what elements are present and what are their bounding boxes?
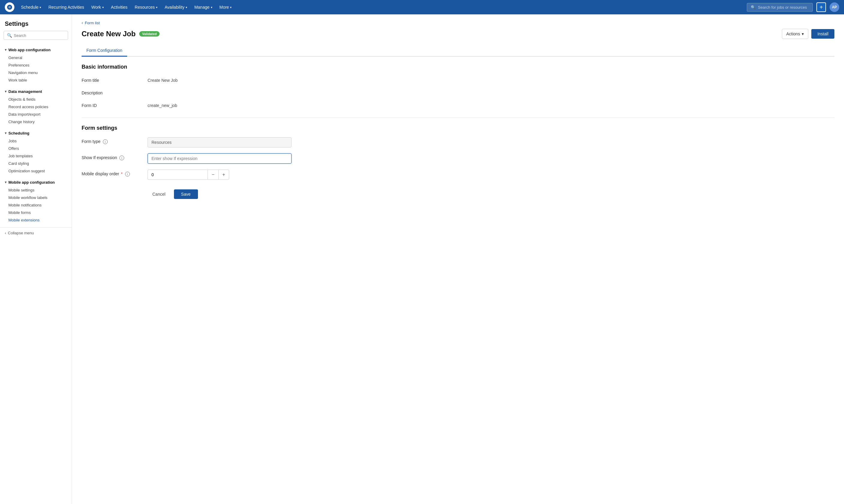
form-id-value: create_new_job — [148, 101, 177, 108]
sidebar-item-general[interactable]: General — [0, 54, 72, 61]
sidebar-item-navigation-menu[interactable]: Navigation menu — [0, 69, 72, 76]
sidebar-item-card-styling[interactable]: Card styling — [0, 160, 72, 167]
mobile-order-info-icon[interactable]: i — [125, 172, 130, 177]
schedule-chevron-icon: ▾ — [39, 6, 41, 9]
sidebar-search-box[interactable]: 🔍 — [4, 31, 68, 40]
actions-chevron-icon: ▾ — [802, 32, 804, 36]
sidebar-section-header-mobile-app[interactable]: ▾ Mobile app configuration — [0, 178, 72, 186]
nav-recurring-activities[interactable]: Recurring Activities — [45, 3, 87, 12]
description-row: Description — [82, 89, 834, 95]
sidebar-section-scheduling: ▾ Scheduling Jobs Offers Job templates C… — [0, 127, 72, 176]
manage-chevron-icon: ▾ — [211, 6, 212, 9]
basic-information-section: Basic information Form title Create New … — [82, 64, 834, 108]
page-header: Create New Job Validated Actions ▾ Insta… — [82, 29, 834, 39]
sidebar-search-icon: 🔍 — [7, 33, 12, 38]
chevron-down-icon: ▾ — [5, 180, 6, 184]
form-title-value: Create New Job — [148, 76, 177, 83]
nav-activities[interactable]: Activities — [108, 3, 131, 12]
top-navigation: Schedule ▾ Recurring Activities Work ▾ A… — [0, 0, 844, 14]
search-placeholder: Search for jobs or resources — [758, 5, 807, 10]
nav-manage[interactable]: Manage ▾ — [191, 3, 216, 12]
sidebar-section-header-data-management[interactable]: ▾ Data management — [0, 88, 72, 95]
page-title-area: Create New Job Validated — [82, 30, 159, 38]
form-title-label: Form title — [82, 76, 141, 83]
collapse-icon: ‹ — [5, 231, 6, 235]
breadcrumb[interactable]: ‹ Form list — [82, 20, 834, 25]
cancel-button[interactable]: Cancel — [148, 190, 170, 199]
chevron-down-icon: ▾ — [5, 90, 6, 93]
page-title: Create New Job — [82, 30, 136, 38]
header-actions: Actions ▾ Install — [782, 29, 835, 39]
work-chevron-icon: ▾ — [102, 6, 104, 9]
sidebar-section-mobile-app: ▾ Mobile app configuration Mobile settin… — [0, 176, 72, 225]
form-type-row: Form type i — [82, 137, 834, 147]
form-type-label: Form type i — [82, 137, 141, 144]
nav-availability[interactable]: Availability ▾ — [162, 3, 190, 12]
sidebar-section-header-web-app[interactable]: ▾ Web app configuration — [0, 46, 72, 54]
sidebar: Settings 🔍 ▾ Web app configuration Gener… — [0, 14, 72, 504]
show-if-input[interactable] — [148, 154, 292, 164]
install-button[interactable]: Install — [811, 29, 834, 39]
nav-schedule[interactable]: Schedule ▾ — [18, 3, 44, 12]
form-id-row: Form ID create_new_job — [82, 101, 834, 108]
main-content: ‹ Form list Create New Job Validated Act… — [72, 14, 844, 504]
form-settings-section: Form settings Form type i Show If expres… — [82, 125, 834, 180]
sidebar-item-mobile-settings[interactable]: Mobile settings — [0, 186, 72, 194]
increment-button[interactable]: + — [218, 169, 229, 180]
sidebar-item-mobile-notifications[interactable]: Mobile notifications — [0, 201, 72, 209]
sidebar-item-record-access-policies[interactable]: Record access policies — [0, 103, 72, 111]
section-divider — [82, 118, 834, 118]
add-button[interactable]: + — [816, 2, 826, 12]
validated-badge: Validated — [139, 31, 159, 37]
tabs-container: Form Configuration — [82, 45, 834, 57]
sidebar-section-web-app: ▾ Web app configuration General Preferen… — [0, 43, 72, 85]
sidebar-item-offers[interactable]: Offers — [0, 145, 72, 152]
decrement-button[interactable]: − — [208, 169, 218, 180]
more-chevron-icon: ▾ — [230, 6, 231, 9]
sidebar-item-data-import-export[interactable]: Data import/export — [0, 111, 72, 118]
show-if-row: Show If expression i — [82, 154, 834, 164]
sidebar-item-jobs[interactable]: Jobs — [0, 137, 72, 145]
resources-chevron-icon: ▾ — [156, 6, 157, 9]
mobile-display-order-label: Mobile display order * i — [82, 169, 141, 177]
sidebar-section-header-scheduling[interactable]: ▾ Scheduling — [0, 129, 72, 137]
sidebar-item-optimization-suggest[interactable]: Optimization suggest — [0, 167, 72, 175]
form-actions: Cancel Save — [148, 190, 834, 199]
nav-resources[interactable]: Resources ▾ — [132, 3, 160, 12]
form-title-row: Form title Create New Job — [82, 76, 834, 83]
basic-information-title: Basic information — [82, 64, 834, 70]
sidebar-item-mobile-workflow-labels[interactable]: Mobile workflow labels — [0, 194, 72, 201]
actions-button[interactable]: Actions ▾ — [782, 29, 809, 39]
required-star: * — [121, 172, 122, 176]
nav-more[interactable]: More ▾ — [217, 3, 235, 12]
sidebar-item-mobile-forms[interactable]: Mobile forms — [0, 209, 72, 216]
mobile-display-order-stepper: − + — [148, 169, 229, 180]
avatar[interactable]: AP — [830, 2, 839, 12]
sidebar-search-input[interactable] — [14, 33, 65, 38]
sidebar-item-objects-fields[interactable]: Objects & fields — [0, 95, 72, 103]
collapse-menu-button[interactable]: ‹ Collapse menu — [0, 228, 72, 238]
availability-chevron-icon: ▾ — [186, 6, 187, 9]
mobile-display-order-input[interactable] — [148, 169, 208, 180]
sidebar-section-data-management: ▾ Data management Objects & fields Recor… — [0, 85, 72, 127]
form-type-info-icon[interactable]: i — [103, 139, 108, 144]
form-id-label: Form ID — [82, 101, 141, 108]
sidebar-item-change-history[interactable]: Change history — [0, 118, 72, 126]
chevron-down-icon: ▾ — [5, 131, 6, 135]
nav-work[interactable]: Work ▾ — [88, 3, 106, 12]
sidebar-item-work-table[interactable]: Work table — [0, 76, 72, 84]
mobile-display-order-row: Mobile display order * i − + — [82, 169, 834, 180]
sidebar-item-preferences[interactable]: Preferences — [0, 61, 72, 69]
save-button[interactable]: Save — [174, 190, 198, 199]
global-search[interactable]: 🔍 Search for jobs or resources — [747, 3, 813, 12]
sidebar-item-mobile-extensions[interactable]: Mobile extensions — [0, 216, 72, 224]
show-if-info-icon[interactable]: i — [119, 156, 124, 160]
form-settings-title: Form settings — [82, 125, 834, 131]
tab-form-configuration[interactable]: Form Configuration — [82, 45, 127, 57]
search-icon: 🔍 — [751, 5, 756, 10]
sidebar-item-job-templates[interactable]: Job templates — [0, 152, 72, 160]
main-layout: Settings 🔍 ▾ Web app configuration Gener… — [0, 14, 844, 504]
app-logo[interactable] — [5, 2, 14, 12]
description-label: Description — [82, 89, 141, 95]
form-type-input — [148, 137, 292, 147]
